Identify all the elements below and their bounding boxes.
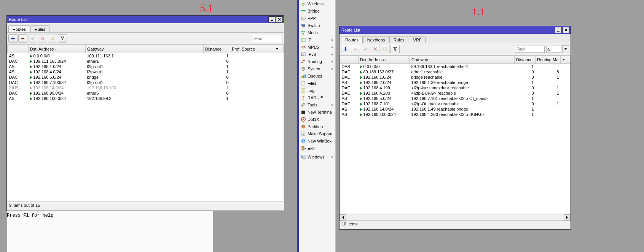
menu-item-windows[interactable]: Windows▸	[299, 153, 335, 160]
route-flag: DAC	[340, 69, 359, 74]
scroll-right-button[interactable]	[564, 214, 571, 220]
tab-rules[interactable]: Rules	[30, 25, 49, 32]
disable-button[interactable]	[371, 45, 380, 53]
table-row[interactable]: DAC192.168.1.0/24bridge reachable01	[340, 74, 570, 80]
column-header[interactable]: Distance	[204, 45, 230, 53]
minimize-button[interactable]	[555, 27, 562, 33]
scroll-left-button[interactable]	[340, 214, 346, 220]
menu-item-tools[interactable]: Tools▸	[299, 101, 335, 108]
table-row[interactable]: DAC89.189.163.0/27ether1 reachable08	[340, 69, 570, 74]
table-row[interactable]: AS192.168.2.0/24192.168.1.39 reachable b…	[340, 80, 570, 85]
menu-item-ppp[interactable]: PPP	[299, 14, 335, 22]
table-row[interactable]: AS192.168.5.0/24192.168.7.101 reachable …	[340, 96, 570, 101]
remove-button[interactable]	[351, 45, 360, 53]
menu-item-radius[interactable]: RADIUS	[299, 94, 335, 101]
svg-rect-4	[304, 10, 306, 11]
menu-item-partition[interactable]: Partition	[299, 123, 335, 130]
pref	[230, 74, 274, 80]
pref	[230, 80, 274, 85]
pref	[230, 90, 274, 96]
enable-button[interactable]	[28, 34, 37, 43]
menu-item-new-winbox[interactable]: New WinBox	[299, 137, 335, 144]
menu-item-system[interactable]: System▸	[299, 65, 335, 72]
table-row[interactable]: DAC192.168.4.200<l2tp-BUHG> reachable01	[340, 90, 570, 96]
column-header[interactable]: Dst. Address/	[29, 45, 86, 53]
tab-nexthops[interactable]: Nexthops	[363, 36, 389, 43]
hscrollbar-b[interactable]	[340, 214, 571, 220]
filter-button[interactable]	[58, 34, 67, 43]
column-header[interactable]: Routing Mark	[536, 56, 561, 64]
add-button[interactable]	[341, 45, 350, 53]
table-row[interactable]: DAC192.168.5.0/24bridge0	[8, 74, 284, 80]
column-header[interactable]: Gateway	[86, 45, 204, 53]
table-row[interactable]: AS192.168.14.0/24192.168.1.49 reachable …	[340, 106, 570, 112]
remove-button[interactable]	[18, 34, 27, 43]
table-row[interactable]: AS192.168.100.0/24192.168.4.200 reachabl…	[340, 112, 570, 117]
filter-dropdown-button[interactable]	[562, 45, 569, 53]
menu-item-files[interactable]: Files	[299, 79, 335, 87]
column-header[interactable]	[340, 56, 359, 64]
column-header[interactable]: Gateway	[410, 56, 515, 64]
titlebar-b[interactable]: Route List	[340, 26, 571, 34]
menu-item-bridge[interactable]: Bridge	[299, 7, 335, 14]
menu-item-exit[interactable]: Exit	[299, 144, 335, 152]
enable-button[interactable]	[361, 45, 370, 53]
table-row[interactable]: DAC192.168.7.100/32l2tp-out10	[8, 80, 284, 85]
table-row[interactable]: AS192.168.4.0/24l2tp-out11	[8, 69, 284, 74]
column-header[interactable]: Dst. Address/	[359, 56, 410, 64]
route-flag: DAC	[340, 74, 359, 80]
menu-item-queues[interactable]: Queues	[299, 72, 335, 79]
column-header[interactable]	[8, 45, 29, 53]
menu-item-log[interactable]: Log	[299, 87, 335, 94]
find-input-b[interactable]	[515, 46, 545, 53]
tab-vrf[interactable]: VRF	[409, 36, 426, 43]
dst-address: 192.168.14.0/24	[29, 85, 86, 90]
menu-item-switch[interactable]: Switch	[299, 22, 335, 29]
column-header[interactable]: Pref. Source	[230, 45, 274, 53]
columns-menu-button[interactable]	[561, 56, 570, 64]
titlebar-a[interactable]: Route List	[7, 16, 284, 23]
table-row[interactable]: DAC192.168.99.0/24ether50	[8, 90, 284, 96]
columns-menu-button[interactable]	[274, 45, 284, 53]
tab-routes[interactable]: Routes	[341, 36, 363, 43]
menu-item-wireless[interactable]: Wireless	[299, 0, 335, 7]
menu-item-ip[interactable]: IP▸	[299, 36, 335, 43]
filter-all-select[interactable]: all	[546, 46, 561, 53]
route-active-icon	[360, 87, 362, 90]
route-table-wrap-a[interactable]: Dst. Address/GatewayDistancePref. Source…	[7, 44, 284, 202]
find-input-a[interactable]	[253, 35, 282, 42]
route-table-wrap-b[interactable]: Dst. Address/GatewayDistanceRouting Mark…	[340, 55, 571, 214]
column-header[interactable]: Distance	[515, 56, 536, 64]
menu-item-routing[interactable]: Routing▸	[299, 58, 335, 65]
filter-button[interactable]	[391, 45, 400, 53]
table-row[interactable]: AS192.168.100.0/24192.168.99.21	[8, 96, 284, 101]
minimize-button[interactable]	[268, 16, 275, 22]
table-row[interactable]: XIUS192.168.14.0/24192.168.15.1001	[8, 85, 284, 90]
table-row[interactable]: DAC192.168.4.199<l2tp-kazzamezdur> reach…	[340, 85, 570, 90]
table-row[interactable]: AS0.0.0.0/0109.111.163.11	[8, 53, 284, 59]
add-button[interactable]	[8, 34, 18, 43]
close-button[interactable]	[276, 16, 283, 22]
menu-item-label: Windows	[308, 155, 332, 159]
table-row[interactable]: DAS0.0.0.0/089.189.163.1 reachable ether…	[340, 64, 570, 70]
distance: 0	[204, 80, 230, 85]
comment-button[interactable]	[381, 45, 390, 53]
scroll-track[interactable]	[346, 214, 564, 220]
menu-item-make-supout-rif[interactable]: Make Supout.rif	[299, 130, 335, 137]
menu-item-mesh[interactable]: Mesh	[299, 29, 335, 36]
distance: 1	[204, 53, 230, 59]
tab-routes[interactable]: Routes	[8, 25, 30, 32]
table-row[interactable]: AS192.168.1.0/24l2tp-out11	[8, 64, 284, 69]
table-row[interactable]: DAC109.111.163.0/24ether10	[8, 59, 284, 64]
close-button[interactable]	[563, 27, 569, 33]
table-row[interactable]: DAC192.168.7.101<l2tp-Of_main> reachable…	[340, 101, 570, 106]
tab-rules[interactable]: Rules	[389, 36, 408, 43]
menu-item-dot1x[interactable]: Dot1X	[299, 116, 335, 123]
mpls-icon	[300, 44, 306, 50]
menu-item-mpls[interactable]: MPLS▸	[299, 43, 335, 51]
disable-button[interactable]	[38, 34, 47, 43]
comment-button[interactable]	[48, 34, 57, 43]
menu-item-ipv6[interactable]: v6IPv6▸	[299, 51, 335, 58]
menu-item-new-terminal[interactable]: >_New Terminal	[299, 108, 335, 116]
gateway: <l2tp-Of_main> reachable	[410, 101, 515, 106]
